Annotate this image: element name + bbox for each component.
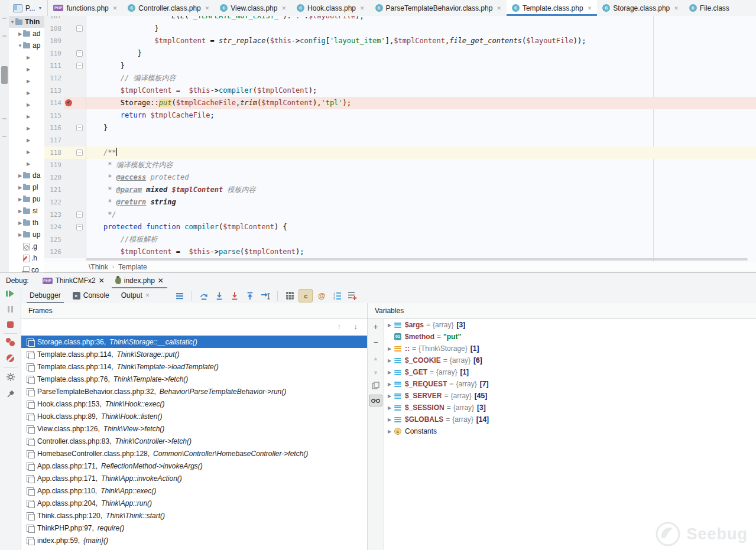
variable-row[interactable]: ▶$args={array}[3] [384,319,756,331]
line-number[interactable]: 110 [44,47,64,60]
stack-frame-row[interactable]: Template.class.php:114, Think\Storage::p… [21,348,367,360]
code-line-120[interactable]: 120 * @access protected [44,171,756,184]
code-text[interactable]: $tmplContent = $this->compiler($tmplCont… [86,84,756,97]
gutter-marks[interactable] [64,196,86,209]
line-number[interactable]: 123 [44,209,64,221]
tab-debugger[interactable]: Debugger [25,288,66,303]
expand-arrow[interactable]: ▶ [25,149,31,155]
add-watch-button[interactable]: + [368,323,384,331]
stack-frame-row[interactable]: App.class.php:171, Think\App::invokeActi… [21,472,367,484]
gutter-marks[interactable] [64,159,86,171]
expand-arrow[interactable]: ▶ [386,429,393,434]
editor-tab[interactable]: cFile.class [684,0,735,16]
ordered-list-button[interactable]: 123 [330,289,343,302]
line-number[interactable]: 112 [44,72,64,84]
code-text[interactable]: //模板解析 [86,233,756,246]
code-line-112[interactable]: 112 // 编译模板内容 [44,72,756,84]
editor-tab[interactable]: cController.class.php✕ [122,0,215,16]
expand-arrow[interactable]: ▶ [386,346,393,352]
expand-arrow[interactable]: ▶ [17,232,23,237]
code-line-126[interactable]: 126 $tmplContent = $this->parse($tmplCon… [44,246,756,258]
expand-arrow[interactable]: ▶ [386,417,393,422]
close-icon[interactable]: ✕ [360,5,365,11]
gutter-marks[interactable] [64,171,86,184]
session-tab-index.php[interactable]: index.php✕ [110,273,169,288]
stack-frame-row[interactable]: Think.class.php:120, Think\Think::start(… [21,509,367,522]
step-over-button[interactable] [197,289,210,302]
expand-arrow[interactable]: ▶ [17,197,23,202]
run-to-cursor-button[interactable] [259,289,272,302]
line-number[interactable]: 126 [44,246,64,258]
code-line-116[interactable]: 116– } [44,122,756,134]
expand-arrow[interactable]: ▶ [25,114,31,119]
gutter-marks[interactable]: – [64,147,86,159]
code-line-125[interactable]: 125 //模板解析 [44,233,756,246]
close-icon[interactable]: ✕ [145,288,150,303]
copy-button[interactable] [368,382,384,389]
tree-item[interactable]: ▶ [9,75,44,87]
tree-item[interactable]: ▶ [9,122,44,134]
stack-frame-row[interactable]: ThinkPHP.php:97, require() [21,522,367,534]
code-text[interactable]: E(L('_TEMPLATE_NOT_EXIST_').':'.$layoutF… [86,16,756,22]
breakpoint-icon[interactable]: ✔ [65,99,72,106]
close-icon[interactable]: ✕ [674,5,679,11]
tree-item-pu[interactable]: ▶pu [9,193,44,205]
gutter-marks[interactable]: – [64,47,86,60]
remove-watch-button[interactable]: − [368,338,384,346]
expand-arrow[interactable]: ▼ [17,43,23,48]
code-line-124[interactable]: 124– protected function compiler($tmplCo… [44,221,756,233]
fold-marker-icon[interactable]: – [76,63,83,69]
stack-frame-row[interactable]: App.class.php:110, Think\App::exec() [21,484,367,497]
tree-item[interactable]: ▶ [9,158,44,170]
close-icon[interactable]: ✕ [99,276,105,285]
gutter-marks[interactable]: – [64,60,86,72]
code-text[interactable]: // 编译模板内容 [86,72,756,84]
code-line-107[interactable]: 107 E(L('_TEMPLATE_NOT_EXIST_').':'.$lay… [44,16,756,22]
code-text[interactable] [86,134,756,147]
code-text[interactable]: * 编译模板文件内容 [86,159,756,171]
show-values-toggle[interactable] [368,395,384,406]
editor-tab[interactable]: cParseTemplateBehavior.class.php✕ [370,0,507,16]
code-text[interactable]: $tmplContent = $this->parse($tmplContent… [86,246,756,258]
tree-item[interactable]: ▶ [9,63,44,75]
gutter-marks[interactable] [64,35,86,47]
code-text[interactable]: $tmplContent = str_replace($this->config… [86,35,756,47]
at-sign-button[interactable]: @ [315,289,328,302]
code-text[interactable]: Storage::put($tmplCacheFile,trim($tmplCo… [86,97,756,109]
line-number[interactable]: 116 [44,122,64,134]
gutter-marks[interactable]: – [64,209,86,221]
line-number[interactable]: 120 [44,171,64,184]
expand-arrow[interactable]: ▶ [25,126,31,131]
variable-row[interactable]: ▶$_SESSION={array}[3] [384,402,756,414]
code-text[interactable]: } [86,22,756,35]
variable-row[interactable]: ▶$_GET={array}[1] [384,366,756,378]
tree-item[interactable]: ▶ [9,134,44,146]
expand-arrow[interactable]: ▶ [386,370,393,375]
breadcrumb-item[interactable]: \Think [89,263,108,271]
tree-item[interactable]: ▶ [9,87,44,99]
variable-row[interactable]: ▶$_SERVER={array}[45] [384,390,756,402]
frame-down-button[interactable]: ↓ [354,322,358,331]
variable-row[interactable]: ▶$GLOBALS={array}[14] [384,414,756,425]
stack-frame-row[interactable]: Controller.class.php:83, Think\Controlle… [21,435,367,447]
code-line-123[interactable]: 123– */ [44,209,756,221]
code-line-114[interactable]: 114✔ Storage::put($tmplCacheFile,trim($t… [44,97,756,109]
breadcrumb-item[interactable]: Template [118,263,147,271]
code-text[interactable]: } [86,122,756,134]
code-line-110[interactable]: 110– } [44,47,756,60]
code-line-109[interactable]: 109 $tmplContent = str_replace($this->co… [44,35,756,47]
expand-arrow[interactable]: ▶ [25,90,31,96]
tree-item-Thin[interactable]: ▼Thin [9,16,44,28]
force-step-into-button[interactable] [228,289,241,302]
code-line-119[interactable]: 119 * 编译模板文件内容 [44,159,756,171]
code-text[interactable]: protected function compiler($tmplContent… [86,221,756,233]
line-number[interactable]: 119 [44,159,64,171]
expand-arrow[interactable]: ▶ [386,323,393,328]
close-icon[interactable]: ✕ [281,5,286,11]
expand-arrow[interactable]: ▼ [9,19,15,25]
tree-item-co[interactable]: co [9,264,44,272]
line-number[interactable]: 113 [44,84,64,97]
close-icon[interactable]: ✕ [205,5,210,11]
code-text[interactable]: * @param mixed $tmplContent 模板内容 [86,184,756,196]
add-to-watches-button[interactable] [346,289,359,302]
